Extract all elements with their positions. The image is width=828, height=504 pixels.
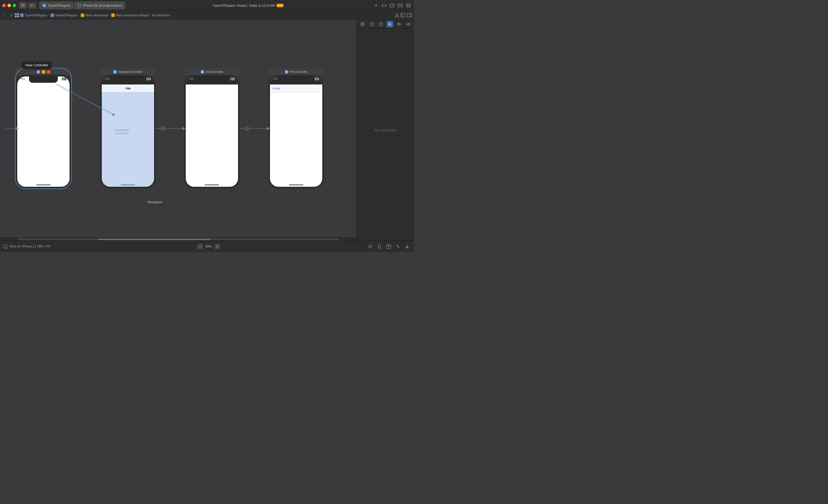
svg-point-54 xyxy=(5,247,6,248)
split-view-button[interactable] xyxy=(389,2,396,9)
file-inspector-btn[interactable] xyxy=(359,21,366,27)
main-canvas[interactable]: View Controller ! ! 9:41 ▐▐▐ xyxy=(0,20,414,240)
bottom-bar: View as: iPhone 11 (⌘C ↵R) − 49% + xyxy=(0,240,414,252)
svg-rect-20 xyxy=(407,13,412,17)
warning-icon xyxy=(395,13,399,17)
breadcrumb-back[interactable] xyxy=(2,13,7,18)
svg-point-32 xyxy=(245,127,249,131)
svg-line-51 xyxy=(408,23,409,24)
view-controller-3[interactable]: View Controller 9:41 ▐▐▐ Back xyxy=(268,69,324,188)
svg-point-33 xyxy=(246,128,248,129)
device-layout-btn[interactable] xyxy=(376,243,383,250)
zoom-out-button[interactable]: − xyxy=(197,244,203,249)
svg-point-27 xyxy=(161,127,165,131)
device-icon xyxy=(78,4,81,7)
nc1-signals: ▐▐▐ xyxy=(146,78,151,80)
vc3-back-button[interactable]: Back xyxy=(272,87,280,90)
svg-rect-14 xyxy=(15,15,17,17)
no-selection-text: No Selection xyxy=(374,128,397,133)
fullscreen-button[interactable] xyxy=(405,2,412,9)
vc2-time: 9:41 xyxy=(189,78,194,80)
svg-rect-9 xyxy=(407,4,410,7)
svg-point-49 xyxy=(409,23,410,24)
quick-help-btn[interactable]: ? xyxy=(369,21,375,27)
bottom-bar-left: View as: iPhone 11 (⌘C ↵R) xyxy=(3,244,50,248)
nc1-fill-text: Navigation Controller xyxy=(115,128,141,135)
bc-main-storyboard-icon xyxy=(81,13,84,17)
traffic-lights xyxy=(2,4,16,7)
bottom-bar-center: − 49% + xyxy=(53,244,365,249)
svg-rect-0 xyxy=(21,4,25,5)
bc-typesofSegues[interactable]: TypesOfSegues xyxy=(25,13,47,17)
vc1-signals: ▐▐▐ xyxy=(61,78,66,80)
swift-icon: S xyxy=(43,4,46,7)
nc1-nav-title: Title xyxy=(125,87,130,90)
tabs-area: S TypesOfSegues iPhone SE (2nd generatio… xyxy=(39,1,370,9)
download-btn[interactable] xyxy=(404,243,411,250)
run-button[interactable]: ▶ xyxy=(28,2,36,9)
sidebar-toggle-button[interactable] xyxy=(19,2,27,9)
svg-point-4 xyxy=(79,6,80,7)
vc3-label-text: View Controller xyxy=(290,71,307,73)
layout-button[interactable] xyxy=(397,2,404,9)
vc1-label-icon xyxy=(37,70,40,74)
svg-rect-1 xyxy=(21,5,25,6)
bc-typesofSegues2[interactable]: TypesOfSegues xyxy=(55,13,78,17)
navigation-controller-1[interactable]: Navigation Controller 9:41 ▐▐▐ Title Nav… xyxy=(100,69,156,188)
bc-main-storyboard[interactable]: Main.storyboard xyxy=(85,13,108,17)
inspector-icon[interactable] xyxy=(407,13,412,17)
nc1-time: 9:41 xyxy=(105,78,110,80)
inspector-panel: ? No Selection xyxy=(357,20,414,240)
view-controller-1[interactable]: ! ! 9:41 ▐▐▐ xyxy=(16,69,71,188)
title-bar-right: + xyxy=(373,2,412,9)
vc2-label-bar: View Controller xyxy=(184,69,240,75)
app-grid-icon xyxy=(15,13,19,17)
size-class-btn[interactable] xyxy=(385,243,392,250)
close-button[interactable] xyxy=(2,4,6,7)
svg-point-17 xyxy=(397,16,397,16)
svg-text:?: ? xyxy=(371,23,372,26)
bc-main-storyboard-base[interactable]: Main.storyboard (Base) xyxy=(116,13,149,17)
svg-rect-12 xyxy=(15,13,17,15)
device-view-icon xyxy=(3,244,7,248)
minimize-button[interactable] xyxy=(7,4,11,7)
vc2-label-icon xyxy=(201,70,204,74)
identity-inspector-btn[interactable] xyxy=(378,21,384,27)
add-button[interactable]: + xyxy=(373,2,379,9)
svg-line-52 xyxy=(408,24,409,25)
bottom-bar-right xyxy=(367,243,411,250)
size-inspector-btn[interactable] xyxy=(396,21,402,27)
svg-rect-15 xyxy=(17,15,19,17)
view-as-label: View as: iPhone 11 (⌘C ↵R) xyxy=(9,244,50,248)
back-forward-button[interactable] xyxy=(381,2,387,9)
svg-rect-2 xyxy=(21,6,25,7)
bc-typesofSegues-icon xyxy=(20,13,24,17)
attributes-inspector-btn[interactable] xyxy=(387,21,393,27)
left-nav-icon[interactable] xyxy=(401,13,405,17)
vc1-time: 9:41 xyxy=(21,78,25,80)
breadcrumb-forward[interactable] xyxy=(9,13,14,18)
storyboard-area[interactable]: View Controller ! ! 9:41 ▐▐▐ xyxy=(0,20,357,240)
vc3-signals: ▐▐▐ xyxy=(314,78,319,80)
view-controller-2[interactable]: View Controller 9:41 ▐▐▐ xyxy=(184,69,240,188)
zoom-in-button[interactable]: + xyxy=(214,244,220,249)
svg-rect-7 xyxy=(398,4,403,7)
vc1-warn-icon2: ! xyxy=(47,70,50,74)
view-controller-tooltip: View Controller xyxy=(22,62,51,68)
tab-device[interactable]: iPhone SE (2nd generation) xyxy=(74,1,125,9)
nc1-label-icon xyxy=(113,70,117,74)
nc1-label-text: Navigation Controller xyxy=(118,71,142,73)
svg-point-28 xyxy=(162,128,164,129)
bc-no-selection: No Selection xyxy=(152,13,170,17)
vc3-time: 9:41 xyxy=(274,78,278,80)
navigation-label: Navigation xyxy=(148,200,162,204)
rulers-btn[interactable] xyxy=(395,243,401,250)
bc-main-storyboard-base-icon xyxy=(111,13,115,17)
vc3-label-bar: View Controller xyxy=(268,69,324,75)
refresh-icon-btn[interactable] xyxy=(367,243,374,250)
connections-inspector-btn[interactable] xyxy=(405,21,411,27)
svg-point-50 xyxy=(409,25,410,25)
tab-typesofSegues[interactable]: S TypesOfSegues xyxy=(39,1,74,9)
svg-line-60 xyxy=(397,245,399,248)
maximize-button[interactable] xyxy=(13,4,16,7)
